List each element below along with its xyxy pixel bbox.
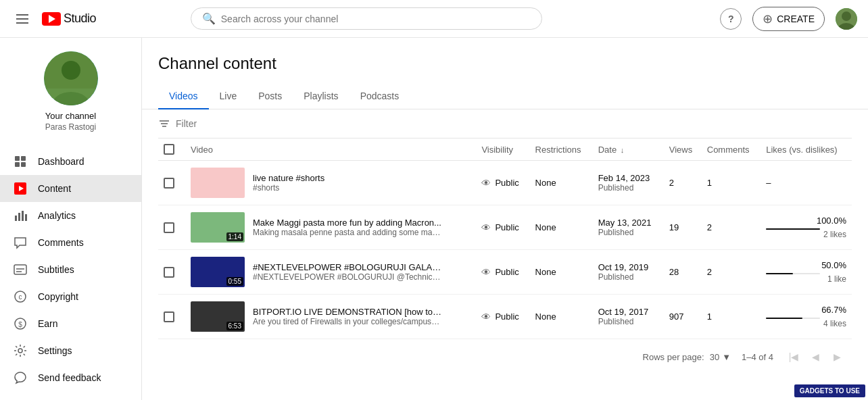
- svg-rect-10: [21, 162, 26, 167]
- row-checkbox-0[interactable]: [164, 178, 174, 189]
- date-main-0: Feb 14, 2023: [598, 173, 658, 183]
- filter-input[interactable]: [176, 118, 294, 129]
- analytics-label: Analytics: [38, 210, 76, 221]
- feedback-icon: [14, 371, 27, 384]
- sidebar-item-subtitles[interactable]: Subtitles: [0, 256, 141, 283]
- subtitles-label: Subtitles: [38, 264, 74, 275]
- likes-cell-0: –: [766, 178, 846, 188]
- video-cell-2: 0:55 #NEXTLEVELPOWER #BOLOGURUJI GALAXY …: [185, 250, 476, 295]
- tab-videos[interactable]: Videos: [158, 84, 209, 109]
- likes-cell-1: 100.0% 2 likes: [766, 216, 846, 239]
- row-checkbox-2[interactable]: [164, 267, 174, 278]
- earn-label: Earn: [38, 318, 58, 329]
- search-input[interactable]: [221, 14, 531, 24]
- row-checkbox-cell-3: [158, 295, 185, 339]
- header-video: Video: [185, 139, 476, 161]
- tab-podcasts[interactable]: Podcasts: [349, 84, 410, 109]
- video-info-1: Make Maggi pasta more fun by adding Macr…: [253, 218, 442, 237]
- sidebar-item-analytics[interactable]: Analytics: [0, 202, 141, 229]
- video-info-2: #NEXTLEVELPOWER #BOLOGURUJI GALAXY ... #…: [253, 262, 442, 282]
- svg-text:c: c: [19, 293, 22, 301]
- video-thumb-0: [191, 168, 245, 198]
- svg-rect-16: [25, 214, 27, 221]
- restrictions-cell-3: None: [530, 295, 593, 339]
- video-title-3: BITPORT.IO LIVE DEMONSTRATION [how to ge…: [253, 307, 442, 317]
- date-status-1: Published: [598, 228, 658, 237]
- visibility-cell-3: 👁 Public: [476, 295, 529, 339]
- select-all-checkbox[interactable]: [164, 144, 174, 155]
- prev-page-button[interactable]: ◀: [806, 347, 825, 366]
- visibility-cell-0: 👁 Public: [476, 161, 529, 205]
- sidebar-item-earn[interactable]: $ Earn: [0, 310, 141, 337]
- comments-cell-2: 2: [702, 250, 761, 295]
- tab-live[interactable]: Live: [209, 84, 248, 109]
- tab-posts[interactable]: Posts: [247, 84, 293, 109]
- table-header-row: Video Visibility Restrictions Date ↓ Vie…: [158, 139, 852, 161]
- sidebar-item-content[interactable]: Content: [0, 175, 141, 202]
- tab-playlists[interactable]: Playlists: [293, 84, 349, 109]
- likes-td-0: –: [761, 161, 852, 205]
- table-container: Video Visibility Restrictions Date ↓ Vie…: [142, 109, 868, 374]
- next-page-button[interactable]: ▶: [827, 347, 846, 366]
- row-checkbox-3[interactable]: [164, 311, 174, 322]
- thumb-duration-1: 1:14: [226, 232, 243, 241]
- comments-cell-0: 1: [702, 161, 761, 205]
- tabs-bar: Videos Live Posts Playlists Podcasts: [142, 84, 868, 109]
- sidebar-nav: Dashboard Content: [0, 143, 141, 397]
- channel-name: Your channel: [45, 111, 96, 121]
- sidebar-item-sendfeedback[interactable]: Send feedback: [0, 364, 141, 391]
- analytics-icon: [14, 209, 27, 222]
- svg-rect-14: [18, 213, 20, 221]
- video-cell-0: live nature #shorts #shorts: [185, 161, 476, 205]
- help-button[interactable]: ?: [720, 8, 742, 30]
- eye-icon-1: 👁: [481, 222, 491, 233]
- header-restrictions: Restrictions: [530, 139, 593, 161]
- header-date[interactable]: Date ↓: [593, 139, 664, 161]
- visibility-cell-1: 👁 Public: [476, 205, 529, 250]
- likes-count-3: 4 likes: [766, 319, 846, 328]
- feedback-label: Send feedback: [38, 372, 101, 383]
- rows-per-page: Rows per page: 30 ▼: [643, 352, 731, 362]
- copyright-label: Copyright: [38, 291, 78, 302]
- svg-rect-9: [15, 162, 20, 167]
- eye-icon-0: 👁: [481, 178, 491, 189]
- search-bar[interactable]: 🔍: [191, 7, 542, 30]
- svg-point-1: [842, 11, 851, 21]
- table-row: 1:14 Make Maggi pasta more fun by adding…: [158, 205, 852, 250]
- visibility-value-3: Public: [495, 311, 519, 322]
- content-icon: [14, 182, 27, 195]
- date-cell-0: Feb 14, 2023 Published: [593, 161, 664, 205]
- video-title-2: #NEXTLEVELPOWER #BOLOGURUJI GALAXY ...: [253, 262, 442, 272]
- sidebar-item-comments[interactable]: Comments: [0, 229, 141, 256]
- likes-cell-2: 50.0% 1 like: [766, 260, 846, 284]
- avatar[interactable]: [836, 8, 857, 30]
- table-body: live nature #shorts #shorts 👁 Public Non…: [158, 161, 852, 339]
- settings-icon: [14, 344, 27, 357]
- likes-pct-1: 100.0%: [766, 216, 846, 226]
- views-cell-2: 28: [664, 250, 702, 295]
- first-page-button[interactable]: |◀: [784, 347, 803, 366]
- row-checkbox-1[interactable]: [164, 222, 174, 233]
- svg-rect-15: [22, 211, 24, 221]
- create-button[interactable]: ⊕ CREATE: [752, 7, 825, 31]
- row-checkbox-cell-2: [158, 250, 185, 295]
- header-likes: Likes (vs. dislikes): [761, 139, 852, 161]
- sidebar-item-dashboard[interactable]: Dashboard: [0, 148, 141, 175]
- rows-per-page-select[interactable]: 30 ▼: [710, 352, 731, 362]
- date-main-2: Oct 19, 2019: [598, 262, 658, 272]
- date-main-3: Oct 19, 2017: [598, 307, 658, 317]
- date-status-2: Published: [598, 272, 658, 282]
- channel-avatar[interactable]: [44, 51, 98, 105]
- youtube-logo: Studio: [42, 11, 96, 26]
- row-checkbox-cell-1: [158, 205, 185, 250]
- sort-arrow-icon: ↓: [621, 146, 625, 154]
- views-cell-3: 907: [664, 295, 702, 339]
- channel-info: Your channel Paras Rastogi: [0, 38, 141, 143]
- restrictions-cell-1: None: [530, 205, 593, 250]
- sidebar-item-settings[interactable]: Settings: [0, 337, 141, 364]
- menu-button[interactable]: [11, 9, 34, 29]
- content-table: Video Visibility Restrictions Date ↓ Vie…: [158, 139, 852, 339]
- sidebar-item-copyright[interactable]: c Copyright: [0, 283, 141, 310]
- visibility-value-1: Public: [495, 222, 519, 232]
- visibility-value-0: Public: [495, 178, 519, 188]
